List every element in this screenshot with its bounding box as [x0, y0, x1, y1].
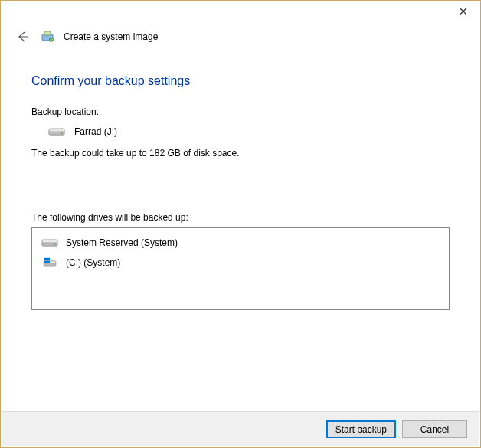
windows-drive-icon: [41, 257, 58, 268]
backup-location-name: Farrad (J:): [74, 126, 117, 137]
svg-rect-10: [44, 263, 56, 266]
svg-point-2: [50, 38, 54, 42]
drives-listbox[interactable]: System Reserved (System) (C:) (System): [31, 227, 450, 310]
size-estimate-text: The backup could take up to 182 GB of di…: [31, 148, 450, 159]
drives-list-label: The following drives will be backed up:: [31, 212, 450, 223]
system-image-icon: [41, 30, 54, 44]
svg-rect-11: [44, 258, 47, 260]
wizard-header: Create a system image: [1, 24, 480, 48]
drive-row: System Reserved (System): [37, 233, 444, 253]
close-button[interactable]: ✕: [446, 1, 480, 22]
backup-location-row: Farrad (J:): [31, 126, 450, 137]
svg-point-5: [61, 132, 63, 134]
content-area: Confirm your backup settings Backup loca…: [1, 48, 480, 310]
drive-name: System Reserved (System): [66, 237, 178, 248]
hdd-icon: [41, 237, 58, 248]
wizard-title: Create a system image: [64, 31, 158, 42]
backup-location-label: Backup location:: [31, 106, 450, 117]
close-icon: ✕: [459, 5, 468, 18]
svg-rect-1: [44, 31, 51, 35]
page-heading: Confirm your backup settings: [31, 74, 450, 88]
svg-rect-12: [47, 258, 50, 260]
svg-point-8: [54, 244, 56, 245]
cancel-button[interactable]: Cancel: [402, 420, 467, 438]
start-backup-button[interactable]: Start backup: [326, 420, 396, 438]
wizard-footer: Start backup Cancel: [2, 411, 479, 446]
back-arrow-icon: [15, 29, 31, 44]
svg-rect-14: [47, 261, 50, 263]
drive-name: (C:) (System): [66, 257, 120, 268]
back-button[interactable]: [15, 28, 31, 45]
drive-row: (C:) (System): [37, 253, 444, 273]
titlebar: ✕: [1, 1, 480, 24]
hdd-icon: [48, 126, 65, 137]
svg-rect-13: [44, 261, 47, 263]
